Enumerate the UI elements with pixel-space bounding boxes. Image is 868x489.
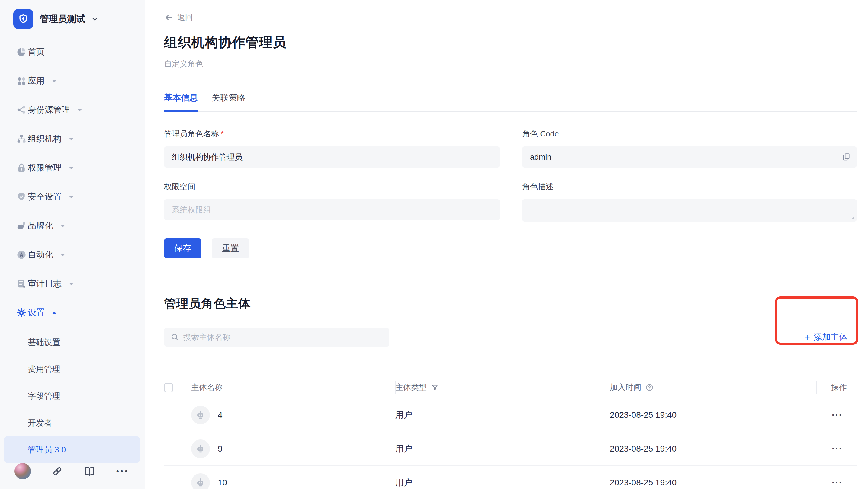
sub-item-label: 字段管理 xyxy=(28,391,60,401)
sidebar-item-label: 自动化 xyxy=(28,249,53,261)
sidebar-item-apps[interactable]: 应用 xyxy=(0,66,145,95)
caret-down-icon xyxy=(60,254,65,256)
caret-up-icon xyxy=(52,312,57,314)
table-row[interactable]: 4 用户 2023-08-25 19:40 ··· xyxy=(164,398,857,432)
plus-icon: + xyxy=(804,332,810,342)
table-header-row: 主体名称 主体类型 加入时间 操作 xyxy=(164,377,857,398)
role-desc-label: 角色描述 xyxy=(522,182,857,192)
resize-handle-icon[interactable] xyxy=(849,214,855,221)
subject-search-input[interactable] xyxy=(183,327,389,347)
subject-joined: 2023-08-25 19:40 xyxy=(610,410,816,420)
subject-type: 用户 xyxy=(395,443,610,455)
share-nodes-icon xyxy=(16,105,28,115)
table-row[interactable]: 9 用户 2023-08-25 19:40 ··· xyxy=(164,432,857,466)
permission-space-label: 权限空间 xyxy=(164,182,500,192)
subject-name: 4 xyxy=(218,410,223,420)
sidebar-nav: 首页 应用 身份源管理 组织机构 xyxy=(0,37,145,463)
sidebar-item-label: 安全设置 xyxy=(28,191,62,202)
sidebar-item-label: 设置 xyxy=(28,307,45,319)
workspace-name: 管理员测试 xyxy=(40,13,85,25)
back-arrow-icon xyxy=(164,13,174,22)
filter-icon[interactable] xyxy=(431,384,439,391)
subject-joined: 2023-08-25 19:40 xyxy=(610,478,816,488)
org-tree-icon xyxy=(16,134,28,144)
sidebar-item-permissions[interactable]: 权限管理 xyxy=(0,153,145,182)
add-subject-button[interactable]: + 添加主体 xyxy=(804,331,857,343)
gear-icon xyxy=(16,307,28,318)
row-actions-icon[interactable]: ··· xyxy=(816,478,857,488)
sidebar-item-label: 身份源管理 xyxy=(28,104,70,116)
more-options-icon[interactable]: ••• xyxy=(116,467,129,476)
back-link[interactable]: 返回 xyxy=(164,12,193,23)
subject-name: 10 xyxy=(218,478,227,488)
pie-chart-icon xyxy=(16,47,28,57)
robot-avatar-icon xyxy=(191,473,210,489)
sub-item-label: 基础设置 xyxy=(28,337,60,348)
sidebar-item-home[interactable]: 首页 xyxy=(0,37,145,66)
row-actions-icon[interactable]: ··· xyxy=(816,444,857,454)
sidebar-item-organization[interactable]: 组织机构 xyxy=(0,124,145,153)
subject-name: 9 xyxy=(218,444,223,454)
table-row[interactable]: 10 用户 2023-08-25 19:40 ··· xyxy=(164,466,857,489)
main-content: 返回 组织机构协作管理员 自定义角色 基本信息 关联策略 管理员角色名称* 角色… xyxy=(145,0,868,489)
docs-book-icon[interactable] xyxy=(84,465,96,477)
sidebar-subitem-basic-settings[interactable]: 基础设置 xyxy=(0,329,145,356)
caret-down-icon xyxy=(69,196,74,198)
save-button[interactable]: 保存 xyxy=(164,238,202,258)
robot-avatar-icon xyxy=(191,439,210,458)
sidebar-item-security[interactable]: 安全设置 xyxy=(0,182,145,211)
subjects-table: 主体名称 主体类型 加入时间 操作 xyxy=(164,377,857,489)
subject-type: 用户 xyxy=(395,477,610,488)
lock-icon xyxy=(16,163,28,173)
role-name-input[interactable] xyxy=(164,146,500,167)
shield-check-icon xyxy=(16,192,28,202)
role-name-label: 管理员角色名称* xyxy=(164,129,500,139)
sidebar-footer: ••• xyxy=(0,456,145,489)
tab-basic-info[interactable]: 基本信息 xyxy=(164,92,198,111)
audit-log-icon xyxy=(16,279,28,289)
apps-icon xyxy=(16,76,28,86)
caret-down-icon xyxy=(69,167,74,169)
back-label: 返回 xyxy=(177,12,193,23)
role-code-input[interactable] xyxy=(522,146,857,167)
add-subject-label: 添加主体 xyxy=(814,331,847,343)
page-subtitle: 自定义角色 xyxy=(164,59,857,69)
automation-icon xyxy=(16,250,28,260)
sidebar-item-audit-logs[interactable]: 审计日志 xyxy=(0,269,145,298)
help-question-icon[interactable] xyxy=(645,383,654,391)
robot-avatar-icon xyxy=(191,406,210,424)
sidebar-subitem-fields[interactable]: 字段管理 xyxy=(0,383,145,409)
sidebar-item-label: 审计日志 xyxy=(28,278,62,290)
workspace-switcher[interactable]: 管理员测试 xyxy=(13,9,145,29)
sidebar-item-settings[interactable]: 设置 xyxy=(0,298,145,327)
column-header-actions: 操作 xyxy=(816,377,857,398)
caret-down-icon xyxy=(60,225,65,227)
page: 管理员测试 首页 应用 xyxy=(0,0,868,489)
sidebar-item-automation[interactable]: 自动化 xyxy=(0,240,145,269)
caret-down-icon xyxy=(69,283,74,285)
reset-button[interactable]: 重置 xyxy=(212,238,249,258)
sub-item-label: 开发者 xyxy=(28,418,52,428)
role-desc-textarea[interactable] xyxy=(522,199,857,222)
role-form: 管理员角色名称* 角色 Code 权限空间 角色描述 xyxy=(164,129,857,223)
sub-item-label: 费用管理 xyxy=(28,364,60,374)
copy-icon[interactable] xyxy=(842,153,851,162)
sidebar-item-identity-sources[interactable]: 身份源管理 xyxy=(0,95,145,124)
sidebar-item-branding[interactable]: 品牌化 xyxy=(0,211,145,240)
subject-type: 用户 xyxy=(395,409,610,421)
sub-item-label: 管理员 3.0 xyxy=(28,444,66,455)
user-avatar[interactable] xyxy=(14,463,31,479)
select-all-checkbox[interactable] xyxy=(164,383,173,392)
role-code-label: 角色 Code xyxy=(522,129,857,139)
sidebar-subitem-developer[interactable]: 开发者 xyxy=(0,409,145,436)
tab-linked-policies[interactable]: 关联策略 xyxy=(212,92,246,111)
sidebar-item-label: 品牌化 xyxy=(28,220,53,231)
link-icon[interactable] xyxy=(51,465,63,477)
row-actions-icon[interactable]: ··· xyxy=(816,410,857,420)
sidebar-subitem-billing[interactable]: 费用管理 xyxy=(0,356,145,383)
permission-space-input[interactable] xyxy=(164,199,500,220)
caret-down-icon xyxy=(69,138,74,140)
subject-name-cell: 10 xyxy=(191,473,395,489)
subject-search[interactable] xyxy=(164,327,389,347)
sidebar-item-label: 组织机构 xyxy=(28,133,62,144)
